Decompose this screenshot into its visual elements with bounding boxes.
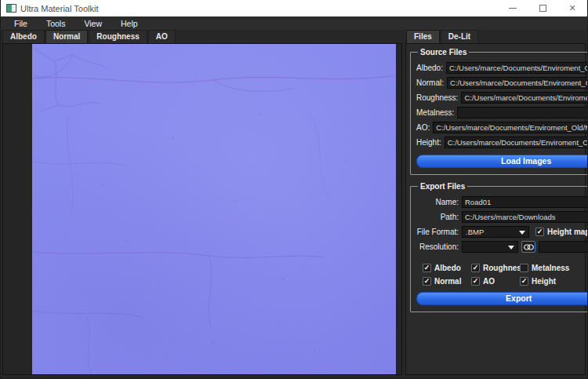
tab-de-lit[interactable]: De-Lit [441, 30, 478, 43]
export-height-option: ✓ Height [520, 277, 588, 286]
check-icon: ✓ [473, 278, 479, 285]
menu-tools[interactable]: Tools [37, 19, 75, 28]
resolution-height-dropdown[interactable] [539, 241, 588, 253]
export-height-label: Height [532, 277, 556, 286]
export-height-checkbox[interactable]: ✓ [520, 277, 528, 286]
height-exr-label: Height map as .EXR [547, 228, 588, 236]
link-icon [524, 244, 534, 250]
close-button[interactable]: ✕ [557, 0, 587, 16]
maximize-icon [539, 5, 546, 12]
minimize-button[interactable] [498, 0, 528, 16]
export-normal-label: Normal [434, 277, 461, 286]
metalness-source-input[interactable] [457, 107, 588, 118]
tab-albedo[interactable]: Albedo [2, 30, 45, 43]
albedo-source-label: Albedo: [416, 64, 443, 72]
maximize-button[interactable] [528, 0, 557, 16]
height-exr-option: ✓ Height map as .EXR [535, 228, 588, 236]
export-normal-option: ✓ Normal [423, 277, 471, 286]
file-format-value: .BMP [466, 228, 484, 236]
export-albedo-checkbox[interactable]: ✓ [423, 264, 431, 272]
roughness-source-input[interactable]: C:/Users/marce/Documents/Enviroment_O [461, 92, 588, 104]
export-metalness-checkbox[interactable]: ✓ [520, 264, 528, 272]
viewer-pane [2, 43, 402, 375]
chevron-down-icon [519, 231, 525, 235]
minimize-icon [509, 8, 517, 9]
menubar: File Tools View Help [1, 16, 587, 30]
check-icon: ✓ [521, 278, 528, 285]
file-format-label: File Format: [416, 228, 459, 236]
metalness-source-row: Metalness: ... [416, 107, 588, 118]
export-normal-checkbox[interactable]: ✓ [423, 277, 431, 286]
export-albedo-option: ✓ Albedo [423, 264, 471, 272]
panel-tabstrip: Files De-Lit [406, 30, 478, 43]
close-icon: ✕ [568, 4, 575, 13]
resolution-row: Resolution: [416, 241, 588, 253]
export-path-input[interactable]: C:/Users/marce/Downloads [462, 211, 588, 223]
tab-files[interactable]: Files [406, 30, 440, 43]
normal-source-label: Normal: [416, 78, 444, 87]
file-format-dropdown[interactable]: .BMP [462, 226, 529, 238]
tab-roughness[interactable]: Roughness [89, 30, 147, 43]
normal-map-image[interactable] [32, 44, 396, 374]
chevron-down-icon [508, 246, 514, 250]
export-roughness-checkbox[interactable]: ✓ [471, 264, 480, 272]
tab-normal[interactable]: Normal [45, 30, 88, 43]
height-exr-checkbox[interactable]: ✓ [535, 228, 544, 236]
export-ao-checkbox[interactable]: ✓ [471, 277, 480, 286]
albedo-source-row: Albedo: C:/Users/marce/Documents/Envirom… [416, 62, 588, 74]
menu-help[interactable]: Help [111, 19, 147, 28]
export-files-title: Export Files [418, 182, 467, 191]
app-window: Ultra Material Toolkit ✕ File Tools View… [0, 0, 588, 379]
source-files-title: Source Files [418, 48, 469, 56]
export-ao-label: AO [483, 277, 495, 286]
export-ao-option: ✓ AO [471, 277, 520, 286]
metalness-source-label: Metalness: [416, 108, 454, 117]
export-files-group: Export Files Name: Road01 Path: C:/Users… [410, 182, 588, 312]
roughness-source-row: Roughness: C:/Users/marce/Documents/Envi… [416, 92, 588, 104]
height-source-row: Height: C:/Users/marce/Documents/Envirom… [416, 137, 588, 148]
albedo-source-input[interactable]: C:/Users/marce/Documents/Enviroment_Old/… [446, 62, 588, 74]
check-icon: ✓ [537, 228, 543, 235]
resolution-width-dropdown[interactable] [462, 241, 518, 253]
window-controls: ✕ [498, 0, 587, 16]
titlebar: Ultra Material Toolkit ✕ [1, 0, 587, 16]
ao-source-label: AO: [416, 123, 430, 132]
resolution-label: Resolution: [416, 242, 459, 251]
export-path-label: Path: [416, 213, 459, 221]
menu-view[interactable]: View [74, 19, 111, 28]
export-metalness-option: ✓ Metalness [520, 264, 588, 272]
check-icon: ✓ [424, 264, 430, 271]
export-metalness-label: Metalness [532, 264, 569, 272]
height-source-input[interactable]: C:/Users/marce/Documents/Enviroment_Old/… [445, 137, 588, 148]
load-images-button[interactable]: Load Images [416, 155, 588, 168]
export-name-row: Name: Road01 [416, 196, 588, 208]
files-panel: Source Files Albedo: C:/Users/marce/Docu… [405, 43, 586, 375]
export-albedo-label: Albedo [434, 264, 461, 272]
ao-source-row: AO: C:/Users/marce/Documents/Enviroment_… [416, 122, 588, 133]
source-files-group: Source Files Albedo: C:/Users/marce/Docu… [410, 48, 588, 175]
export-maps-grid: ✓ Albedo ✓ Roughness ✓ Metalness ✓ Norma… [423, 264, 588, 286]
export-roughness-option: ✓ Roughness [471, 264, 520, 272]
window-title: Ultra Material Toolkit [20, 4, 98, 13]
check-icon: ✓ [473, 264, 479, 271]
ao-source-input[interactable]: C:/Users/marce/Documents/Enviroment_Old/… [433, 122, 588, 133]
app-icon [6, 4, 16, 13]
tab-ao[interactable]: AO [148, 30, 176, 43]
normal-source-row: Normal: C:/Users/marce/Documents/Envirom… [416, 77, 588, 89]
normal-source-input[interactable]: C:/Users/marce/Documents/Enviroment_Old/… [447, 77, 588, 89]
export-name-input[interactable]: Road01 [462, 196, 588, 208]
menu-file[interactable]: File [5, 19, 37, 28]
export-button[interactable]: Export [416, 292, 588, 305]
link-resolution-button[interactable] [521, 241, 535, 253]
export-name-label: Name: [416, 198, 459, 206]
roughness-source-label: Roughness: [416, 93, 458, 102]
height-source-label: Height: [416, 138, 441, 147]
file-format-row: File Format: .BMP ✓ Height map as .EXR [416, 226, 588, 238]
viewer-tabstrip: Albedo Normal Roughness AO [2, 30, 176, 43]
export-path-row: Path: C:/Users/marce/Downloads ... [416, 211, 588, 223]
check-icon: ✓ [424, 278, 430, 285]
